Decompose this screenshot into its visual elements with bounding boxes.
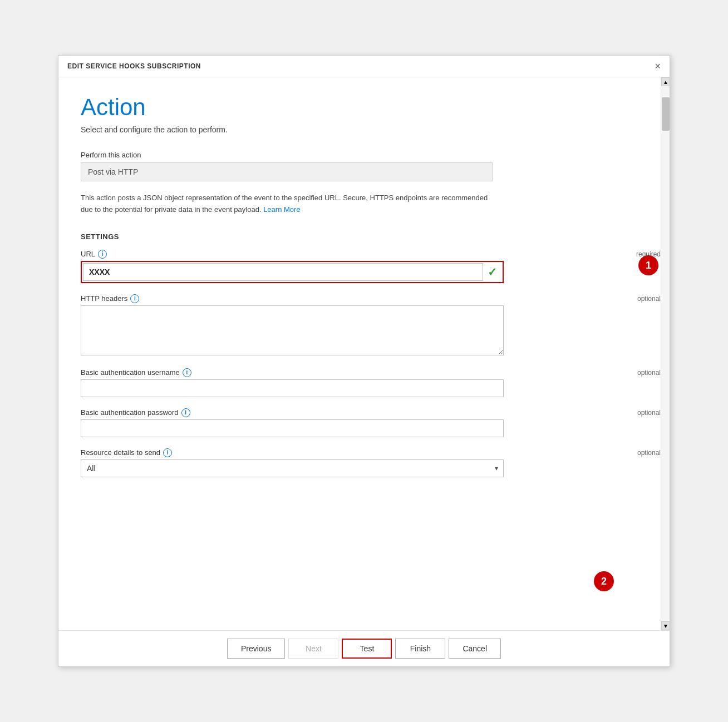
description-text: This action posts a JSON object represen… <box>81 192 493 216</box>
resource-details-group: Resource details to send i optional All … <box>81 448 661 477</box>
basic-auth-username-optional: optional <box>637 369 661 377</box>
dialog-footer: Previous Next Test Finish Cancel <box>58 630 670 666</box>
cancel-button[interactable]: Cancel <box>449 639 501 659</box>
scrollbar-thumb[interactable] <box>662 97 670 131</box>
http-headers-textarea[interactable] <box>81 305 504 355</box>
resource-details-select-wrapper: All Minimal None ▾ <box>81 459 504 477</box>
url-field-wrapper: ✓ <box>81 261 504 283</box>
url-input-row: ✓ <box>83 263 501 281</box>
dialog-title: EDIT SERVICE HOOKS SUBSCRIPTION <box>67 62 201 70</box>
http-headers-label: HTTP headers i <box>81 294 139 303</box>
dialog-body: Action Select and configure the action t… <box>58 77 670 630</box>
resource-details-label-row: Resource details to send i optional <box>81 448 661 457</box>
perform-action-group: Perform this action Post via HTTP <box>81 151 661 181</box>
next-button: Next <box>288 639 338 659</box>
learn-more-link[interactable]: Learn More <box>263 205 300 214</box>
basic-auth-username-label: Basic authentication username i <box>81 368 191 377</box>
basic-auth-username-input[interactable] <box>81 379 504 397</box>
url-field-group: URL i required ✓ <box>81 250 661 283</box>
resource-details-optional: optional <box>637 449 661 457</box>
url-input[interactable] <box>83 263 483 281</box>
basic-auth-username-info-icon[interactable]: i <box>183 368 191 377</box>
perform-action-label: Perform this action <box>81 151 661 159</box>
finish-button[interactable]: Finish <box>395 639 445 659</box>
scrollbar-up-arrow[interactable]: ▲ <box>661 77 670 86</box>
basic-auth-password-optional: optional <box>637 409 661 417</box>
http-headers-field-group: HTTP headers i optional <box>81 294 661 357</box>
scrollbar-down-arrow[interactable]: ▼ <box>661 621 670 630</box>
http-headers-optional: optional <box>637 295 661 303</box>
checkmark-icon: ✓ <box>483 265 501 279</box>
annotation-badge-2: 2 <box>594 571 614 591</box>
http-headers-info-icon[interactable]: i <box>130 294 139 303</box>
resource-details-info-icon[interactable]: i <box>163 448 172 457</box>
basic-auth-password-label-row: Basic authentication password i optional <box>81 408 661 417</box>
basic-auth-password-input[interactable] <box>81 419 504 437</box>
basic-auth-password-group: Basic authentication password i optional <box>81 408 661 437</box>
url-info-icon[interactable]: i <box>98 250 107 259</box>
settings-heading: SETTINGS <box>81 233 661 241</box>
http-headers-label-row: HTTP headers i optional <box>81 294 661 303</box>
close-button[interactable]: × <box>655 61 661 71</box>
previous-button[interactable]: Previous <box>227 639 285 659</box>
resource-details-label: Resource details to send i <box>81 448 172 457</box>
basic-auth-username-group: Basic authentication username i optional <box>81 368 661 397</box>
resource-details-select[interactable]: All Minimal None <box>81 459 504 477</box>
url-label-row: URL i required <box>81 250 661 259</box>
basic-auth-username-label-row: Basic authentication username i optional <box>81 368 661 377</box>
dialog-titlebar: EDIT SERVICE HOOKS SUBSCRIPTION × <box>58 56 670 77</box>
test-button[interactable]: Test <box>342 639 392 659</box>
perform-action-value: Post via HTTP <box>81 162 493 181</box>
url-label: URL i <box>81 250 107 259</box>
scrollbar[interactable]: ▲ ▼ <box>661 77 670 630</box>
basic-auth-password-label: Basic authentication password i <box>81 408 190 417</box>
dialog-window: EDIT SERVICE HOOKS SUBSCRIPTION × Action… <box>58 55 670 667</box>
annotation-badge-1: 1 <box>638 255 658 275</box>
page-heading: Action <box>81 94 661 121</box>
page-subtitle: Select and configure the action to perfo… <box>81 125 661 134</box>
basic-auth-password-info-icon[interactable]: i <box>181 408 190 417</box>
